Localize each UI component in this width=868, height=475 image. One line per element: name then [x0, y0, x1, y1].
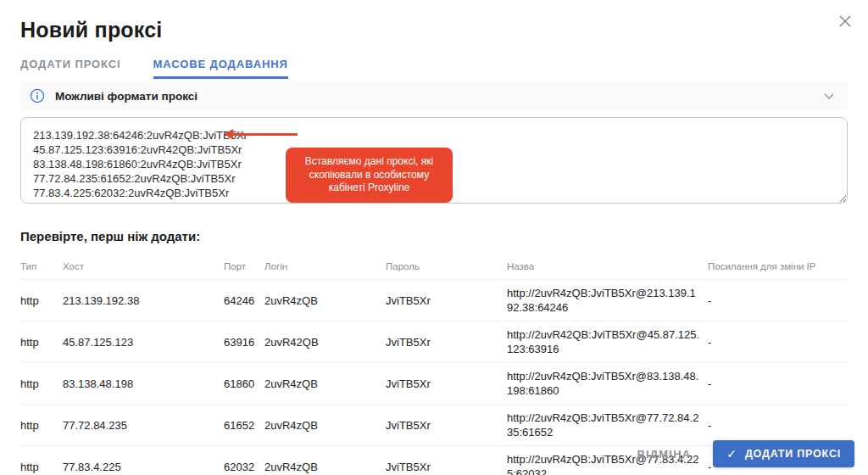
cell-type: http [20, 280, 63, 321]
col-header-port: Порт [224, 256, 264, 280]
check-icon: ✓ [726, 447, 737, 461]
cell-host: 77.72.84.235 [63, 405, 224, 446]
dialog-footer: ВІДМІНА ✓ ДОДАТИ ПРОКСІ [637, 440, 854, 467]
cell-login: 2uvR4zQB [264, 446, 386, 475]
cell-password: JviTB5Xr [386, 321, 507, 363]
col-header-name: Назва [507, 256, 708, 280]
cell-password: JviTB5Xr [386, 446, 507, 475]
add-proxy-button-label: ДОДАТИ ПРОКСІ [745, 448, 841, 460]
cell-port: 63916 [224, 321, 264, 363]
cell-password: JviTB5Xr [386, 363, 507, 405]
cell-host: 77.83.4.225 [63, 446, 224, 475]
cell-name: http://2uvR4zQB:JviTB5Xr@83.138.48.198:6… [507, 363, 708, 405]
cell-name: http://2uvR42QB:JviTB5Xr@45.87.125.123:6… [507, 321, 708, 363]
cell-port: 62032 [224, 446, 264, 475]
cell-login: 2uvR4zQB [264, 405, 386, 446]
cell-login: 2uvR4zQB [264, 363, 386, 405]
table-row: http 213.139.192.38 64246 2uvR4zQB JviTB… [20, 280, 848, 321]
cell-host: 213.139.192.38 [63, 280, 224, 321]
cell-login: 2uvR42QB [264, 321, 386, 363]
review-heading: Перевірте, перш ніж додати: [20, 229, 848, 243]
tab-bulk-add[interactable]: МАСОВЕ ДОДАВАННЯ [153, 58, 288, 79]
bulk-input-area: 213.139.192.38:64246:2uvR4zQB:JviTB5Xr 4… [20, 117, 848, 204]
cell-type: http [20, 405, 63, 446]
accordion-label: Можливі формати проксі [55, 90, 198, 103]
cell-type: http [20, 363, 63, 405]
col-header-password: Пароль [386, 256, 507, 280]
cell-ip-change-link: - [708, 321, 848, 363]
cell-port: 61652 [224, 405, 264, 446]
cell-password: JviTB5Xr [386, 280, 507, 321]
tab-bar: ДОДАТИ ПРОКСІ МАСОВЕ ДОДАВАННЯ [20, 58, 848, 79]
cell-port: 61860 [224, 363, 264, 405]
cell-type: http [20, 321, 63, 363]
cell-password: JviTB5Xr [386, 405, 507, 446]
col-header-login: Логін [264, 256, 386, 280]
cell-host: 83.138.48.198 [63, 363, 224, 405]
cell-host: 45.87.125.123 [63, 321, 224, 363]
page-title: Новий проксі [20, 0, 848, 42]
cell-type: http [20, 446, 63, 475]
proxy-formats-accordion[interactable]: Можливі формати проксі [20, 81, 848, 110]
table-header-row: Тип Хост Порт Логін Пароль Назва Посилан… [20, 256, 848, 280]
cell-name: http://2uvR4zQB:JviTB5Xr@213.139.192.38:… [507, 280, 708, 321]
table-row: http 83.138.48.198 61860 2uvR4zQB JviTB5… [20, 363, 848, 405]
cell-port: 64246 [224, 280, 264, 321]
col-header-host: Хост [63, 256, 224, 280]
close-icon[interactable] [836, 12, 854, 31]
cell-ip-change-link: - [708, 280, 848, 321]
cell-ip-change-link: - [708, 363, 848, 405]
col-header-type: Тип [20, 256, 63, 280]
add-proxy-button[interactable]: ✓ ДОДАТИ ПРОКСІ [713, 440, 854, 467]
info-icon [30, 88, 45, 103]
annotation-arrow-line [232, 133, 298, 136]
annotation-tooltip: Вставляємо дані проксі, які скопіювали в… [286, 148, 453, 203]
chevron-down-icon[interactable] [822, 89, 836, 103]
cancel-button[interactable]: ВІДМІНА [637, 448, 691, 461]
col-header-ip-change-link: Посилання для зміни IP [708, 256, 848, 280]
tab-add-proxy[interactable]: ДОДАТИ ПРОКСІ [20, 58, 121, 79]
cell-login: 2uvR4zQB [264, 280, 386, 321]
table-row: http 45.87.125.123 63916 2uvR42QB JviTB5… [20, 321, 848, 363]
